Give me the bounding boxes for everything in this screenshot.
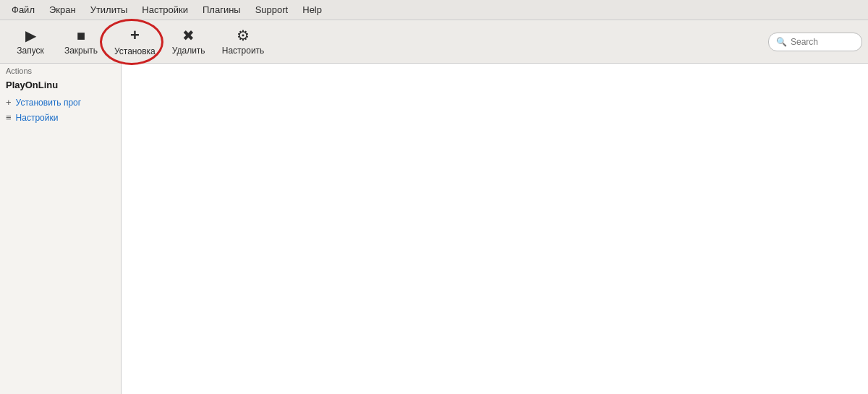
configure-label: Настроить (222, 46, 265, 56)
menu-file[interactable]: Файл (6, 3, 41, 17)
menu-screen[interactable]: Экран (43, 3, 82, 17)
play-icon: ▶ (25, 28, 36, 43)
search-input[interactable] (791, 37, 854, 47)
run-button[interactable]: ▶ Запуск (6, 23, 55, 61)
delete-label: Удалить (172, 46, 205, 56)
sidebar-group-title: PlayOnLinu (0, 77, 121, 95)
sidebar-settings-label: Настройки (16, 113, 59, 123)
gear-icon: ⚙ (237, 28, 250, 43)
search-icon: 🔍 (776, 37, 787, 47)
list-icon: ≡ (6, 112, 12, 123)
menu-plugins[interactable]: Плагины (197, 3, 247, 17)
content-area (122, 64, 868, 394)
sidebar: Actions PlayOnLinu + Установить прог ≡ Н… (0, 64, 122, 394)
main-area: Actions PlayOnLinu + Установить прог ≡ Н… (0, 64, 868, 394)
stop-icon: ■ (77, 28, 85, 43)
plus-icon: + (6, 97, 12, 108)
toolbar: ▶ Запуск ■ Закрыть + Установка ✖ Удалить… (0, 20, 868, 64)
sidebar-item-install-program[interactable]: + Установить прог (0, 95, 121, 110)
delete-button[interactable]: ✖ Удалить (164, 23, 213, 61)
menu-help[interactable]: Help (297, 3, 328, 17)
close-button[interactable]: ■ Закрыть (56, 23, 106, 61)
delete-icon: ✖ (182, 28, 195, 43)
menu-settings[interactable]: Настройки (136, 3, 194, 17)
sidebar-item-settings[interactable]: ≡ Настройки (0, 110, 121, 125)
configure-button[interactable]: ⚙ Настроить (215, 23, 272, 61)
menubar: Файл Экран Утилиты Настройки Плагины Sup… (0, 0, 868, 20)
install-label: Установка (114, 46, 156, 56)
close-label: Закрыть (64, 46, 98, 56)
search-box[interactable]: 🔍 (768, 33, 862, 51)
menu-support[interactable]: Support (250, 3, 294, 17)
install-icon: + (130, 27, 140, 43)
run-label: Запуск (17, 46, 44, 56)
sidebar-section-label: Actions (0, 64, 121, 77)
install-button[interactable]: + Установка (107, 23, 163, 61)
sidebar-install-label: Установить прог (16, 98, 82, 108)
menu-utilities[interactable]: Утилиты (85, 3, 134, 17)
